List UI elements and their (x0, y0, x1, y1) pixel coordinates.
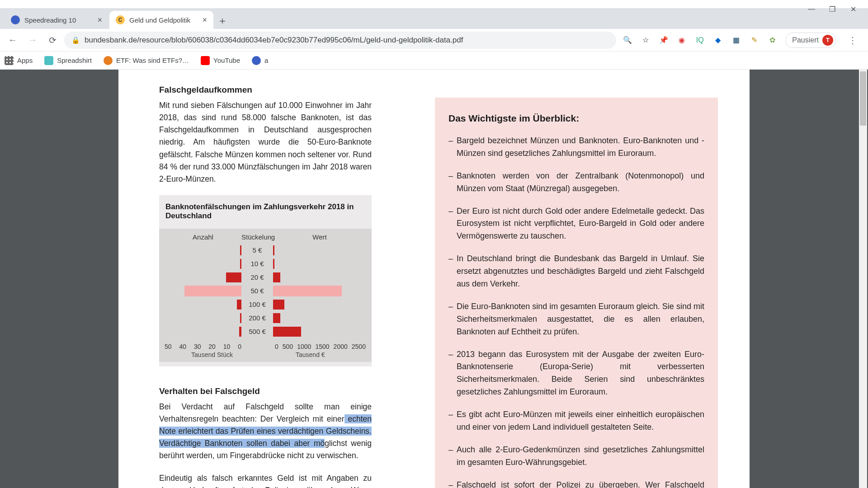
bookmark-etf[interactable]: ETF: Was sind ETFs?… (104, 56, 189, 65)
bookmarks-bar: Apps Spreadshirt ETF: Was sind ETFs?… Yo… (0, 52, 868, 70)
bookmark-icon (44, 56, 53, 65)
body-text[interactable]: Bei Verdacht auf Falschgeld sollte man e… (159, 401, 372, 462)
tab-speedreading[interactable]: Speedreading 10 × (5, 11, 108, 29)
tab-title: Geld und Geldpolitik (129, 16, 190, 24)
chart-title: Banknotenfälschungen im Zahlungsverkehr … (159, 202, 372, 229)
summary-item: Bargeld bezeichnet Münzen und Banknoten.… (448, 135, 704, 160)
tab-strip: Speedreading 10 × C Geld und Geldpolitik… (0, 8, 868, 29)
youtube-icon (201, 56, 210, 65)
summary-item: Banknoten werden von der Zentralbank (No… (448, 170, 704, 195)
chart-col-stueckelung: Stückelung (241, 233, 273, 241)
chart-row: 100 € (165, 298, 366, 311)
summary-box: Das Wichtigste im Überblick: Bargeld bez… (435, 98, 718, 488)
summary-list: Bargeld bezeichnet Münzen und Banknoten.… (448, 135, 704, 488)
menu-icon[interactable]: ⋮ (844, 32, 861, 48)
extension-icon[interactable]: ◆ (713, 35, 723, 45)
new-tab-button[interactable]: ＋ (214, 13, 231, 29)
window-controls: ― ❐ ✕ (797, 0, 868, 18)
chart-col-wert: Wert (273, 233, 366, 241)
body-text: Mit rund sieben Fälschungen auf 10.000 E… (159, 99, 372, 185)
tab-geld[interactable]: C Geld und Geldpolitik × (109, 11, 213, 29)
toolbar: ← → ⟳ 🔒 bundesbank.de/resource/blob/6060… (0, 29, 868, 52)
extension-icon[interactable]: ✎ (749, 35, 759, 45)
star-icon[interactable]: ☆ (641, 35, 651, 45)
summary-title: Das Wichtigste im Überblick: (448, 113, 704, 124)
favicon-icon: C (116, 15, 125, 24)
url-text: bundesbank.de/resource/blob/606038/c0364… (85, 36, 463, 45)
chart-row: 20 € (165, 271, 366, 284)
summary-item: Es gibt acht Euro-Münzen mit jeweils ein… (448, 408, 704, 434)
chart-header: Anzahl Stückelung Wert (165, 233, 366, 241)
chart-col-anzahl: Anzahl (165, 233, 241, 241)
chart-row: 5 € (165, 244, 366, 257)
chart-container: Banknotenfälschungen im Zahlungsverkehr … (159, 195, 372, 366)
close-icon[interactable]: ✕ (849, 5, 857, 14)
profile-label: Pausiert (792, 36, 819, 44)
pdf-page: Falschgeldaufkommen Mit rund sieben Fäls… (118, 70, 750, 488)
tab-close-icon[interactable]: × (97, 15, 102, 25)
chart-row: 10 € (165, 257, 366, 271)
reload-button[interactable]: ⟳ (44, 32, 61, 48)
avatar-icon: T (822, 35, 833, 46)
titlebar (0, 0, 868, 8)
extension-icon[interactable]: IQ (695, 35, 705, 45)
lock-icon: 🔒 (71, 36, 80, 44)
extension-icon[interactable]: ✿ (767, 35, 777, 45)
zoom-icon[interactable]: 🔍 (623, 35, 632, 45)
bookmark-icon (252, 56, 261, 65)
bookmark-spreadshirt[interactable]: Spreadshirt (44, 56, 92, 65)
body-text: Eindeutig als falsch erkanntes Geld ist … (159, 472, 372, 488)
extension-icon[interactable]: ▦ (731, 35, 741, 45)
section-heading: Verhalten bei Falschgeld (159, 386, 372, 396)
summary-item: 2013 begann das Eurosystem mit der Ausga… (448, 348, 704, 399)
summary-item: Der Euro ist nicht durch Gold oder ander… (448, 205, 704, 243)
apps-button[interactable]: Apps (5, 56, 33, 65)
forward-button[interactable]: → (24, 32, 41, 48)
grid-icon (5, 56, 14, 65)
section-heading: Falschgeldaufkommen (159, 85, 372, 95)
minimize-icon[interactable]: ― (807, 5, 816, 13)
favicon-icon (11, 15, 20, 24)
summary-item: Auch alle 2-Euro-Gedenkmünzen sind geset… (448, 444, 704, 469)
toolbar-right: 🔍 ☆ 📌 ◉ IQ ◆ ▦ ✎ ✿ Pausiert T ⋮ (620, 32, 863, 48)
back-button[interactable]: ← (5, 32, 21, 48)
chart-axis-captions: Tausend Stück Tausend € (165, 351, 366, 358)
maximize-icon[interactable]: ❐ (828, 5, 836, 14)
scrollbar[interactable] (859, 70, 867, 488)
address-bar[interactable]: 🔒 bundesbank.de/resource/blob/606038/c03… (64, 32, 616, 49)
bookmark-youtube[interactable]: YouTube (201, 56, 240, 65)
scroll-thumb[interactable] (860, 71, 866, 126)
bookmark-icon (104, 56, 113, 65)
chart-body: Anzahl Stückelung Wert 5 €10 €20 €50 €10… (159, 229, 372, 362)
chart-row: 50 € (165, 284, 366, 298)
extension-icon[interactable]: 📌 (659, 35, 669, 45)
summary-item: Falschgeld ist sofort der Polizei zu übe… (448, 479, 704, 488)
tab-close-icon[interactable]: × (202, 15, 207, 25)
tab-title: Speedreading 10 (24, 16, 76, 24)
chart-row: 500 € (165, 325, 366, 338)
chart-rows: 5 €10 €20 €50 €100 €200 €500 € (165, 244, 366, 338)
summary-item: In Deutschland bringt die Bundesbank das… (448, 253, 704, 291)
extension-icon[interactable]: ◉ (677, 35, 687, 45)
pdf-viewport: Falschgeldaufkommen Mit rund sieben Fäls… (0, 70, 868, 488)
bookmark-a[interactable]: a (252, 56, 268, 65)
chart-row: 200 € (165, 311, 366, 325)
profile-button[interactable]: Pausiert T (785, 33, 836, 48)
summary-item: Die Euro-Banknoten sind im gesamten Euro… (448, 300, 704, 338)
chart-x-axis: 5040302010005001000150020002500 (165, 343, 366, 350)
